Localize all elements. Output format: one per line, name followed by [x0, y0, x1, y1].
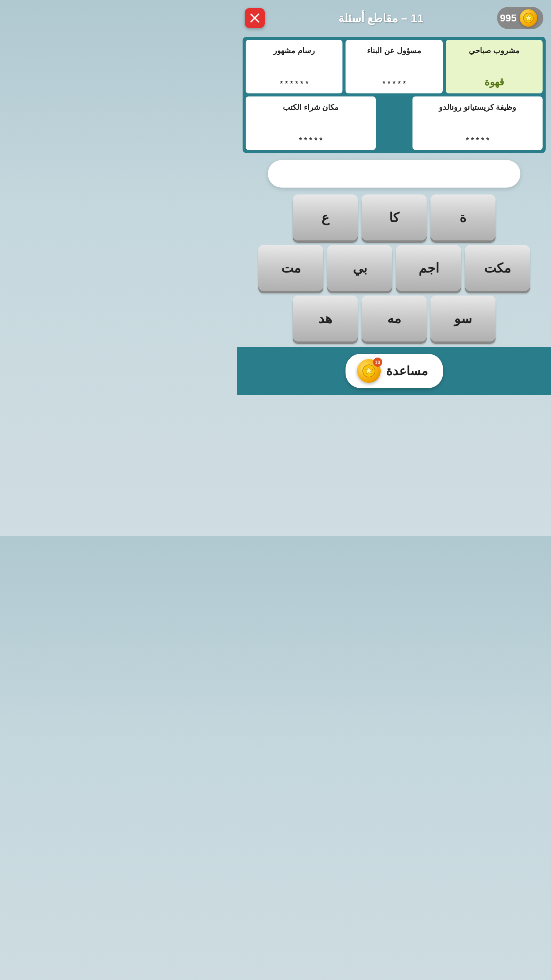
cell-1-clue: مشروب صباحي [469, 45, 520, 56]
help-section: مساعدة 10 [237, 347, 551, 395]
cell-6-clue: مكان شراء الكتب [283, 102, 339, 113]
help-coin-badge: 10 [373, 358, 382, 367]
letter-btn-bi[interactable]: بي [327, 245, 392, 291]
cell-4-clue: وظيفة كريستيانو رونالدو [439, 102, 516, 113]
letter-row-1: ة كا ع [241, 194, 547, 240]
letter-btn-ka[interactable]: كا [362, 194, 427, 240]
grid-row-2: وظيفة كريستيانو رونالدو * * * * * مكان ش… [246, 96, 543, 150]
grid-cell-5-empty [379, 96, 409, 150]
letter-btn-sw[interactable]: سو [430, 296, 496, 341]
clue-grid: مشروب صباحي قهوة مسؤول عن البناء * * * *… [243, 37, 546, 153]
letter-row-2: مكت اجم بي مت [241, 245, 547, 291]
help-coin-icon: 10 [357, 359, 381, 383]
help-button-label: مساعدة [386, 364, 428, 378]
grid-cell-3[interactable]: رسام مشهور * * * * * * [246, 40, 342, 93]
letters-section: ة كا ع مكت اجم بي مت سو مه هد [241, 194, 547, 341]
grid-cell-4[interactable]: وظيفة كريستيانو رونالدو * * * * * [412, 96, 543, 150]
letter-row-3: سو مه هد [241, 296, 547, 341]
letter-btn-ajm[interactable]: اجم [396, 245, 461, 291]
coin-area: 995 [497, 7, 543, 29]
cell-4-answer: * * * * * [466, 136, 489, 145]
grid-cell-6[interactable]: مكان شراء الكتب * * * * * [246, 96, 376, 150]
letter-btn-ta[interactable]: ة [430, 194, 496, 240]
close-button[interactable] [245, 8, 265, 28]
letter-btn-hd[interactable]: هد [293, 296, 358, 341]
grid-cell-1[interactable]: مشروب صباحي قهوة [446, 40, 543, 93]
letter-btn-mh[interactable]: مه [362, 296, 427, 341]
help-button[interactable]: مساعدة 10 [346, 354, 443, 388]
cell-3-clue: رسام مشهور [273, 45, 315, 56]
cell-2-clue: مسؤول عن البناء [367, 45, 421, 56]
header: 995 11 – مقاطع أسئلة [237, 0, 551, 33]
page-title: 11 – مقاطع أسئلة [338, 11, 424, 25]
cell-6-answer: * * * * * [299, 136, 322, 145]
letter-btn-mkt[interactable]: مكت [465, 245, 530, 291]
cell-3-answer: * * * * * * [280, 79, 308, 88]
coin-count: 995 [500, 12, 517, 24]
cell-1-answer: قهوة [484, 76, 504, 88]
coin-icon [520, 9, 537, 27]
answer-box[interactable] [268, 160, 520, 188]
letter-btn-ain[interactable]: ع [293, 194, 358, 240]
letter-btn-mt[interactable]: مت [258, 245, 323, 291]
grid-cell-2[interactable]: مسؤول عن البناء * * * * * [346, 40, 442, 93]
cell-2-answer: * * * * * [382, 79, 406, 88]
answer-input-area [268, 160, 520, 188]
